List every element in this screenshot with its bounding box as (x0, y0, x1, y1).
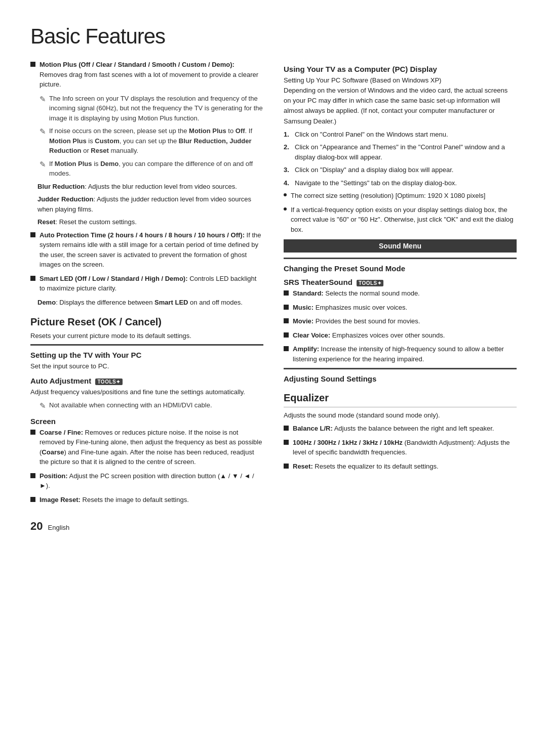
list-item: Standard: Selects the normal sound mode. (284, 288, 517, 299)
clear-voice-text: Clear Voice: Emphasizes voices over othe… (293, 330, 445, 341)
bandwidth-text: 100Hz / 300Hz / 1kHz / 3kHz / 10kHz (Ban… (293, 438, 517, 457)
section-divider (284, 258, 517, 259)
note-item: ✎ If noise occurs on the screen, please … (40, 126, 263, 156)
bullet-icon (284, 440, 289, 445)
using-pc-intro-text: Setting Up Your PC Software (Based on Wi… (284, 75, 517, 127)
section-divider (30, 344, 263, 346)
note-item: ✎ The Info screen on your TV displays th… (40, 94, 263, 123)
numbered-step: 2. Click on "Appearance and Themes" in t… (284, 142, 517, 162)
balance-lr-text: Balance L/R: Adjusts the balance between… (293, 424, 494, 434)
bullet-icon (284, 305, 289, 310)
equalizer-reset-text: Reset: Resets the equalizer to its defau… (293, 461, 439, 472)
bullet-icon (30, 473, 35, 478)
note-icon: ✎ (40, 400, 46, 412)
music-text: Music: Emphasizes music over voices. (293, 303, 407, 313)
changing-preset-heading: Changing the Preset Sound Mode (284, 264, 517, 273)
note-text-3: If Motion Plus is Demo, you can compare … (49, 159, 263, 179)
motion-plus-text: Motion Plus (Off / Clear / Standard / Sm… (40, 60, 263, 90)
list-item: Motion Plus (Off / Clear / Standard / Sm… (30, 60, 263, 90)
setting-up-text: Set the input source to PC. (30, 361, 263, 371)
smart-led-demo-text: Demo: Displays the difference between Sm… (37, 298, 263, 308)
auto-adjustment-text: Adjust frequency values/positions and fi… (30, 387, 263, 397)
list-item: Auto Protection Time (2 hours / 4 hours … (30, 230, 263, 270)
note-item: ✎ If Motion Plus is Demo, you can compar… (40, 159, 263, 179)
bullet-icon (284, 290, 289, 296)
list-item: 100Hz / 300Hz / 1kHz / 3kHz / 10kHz (Ban… (284, 438, 517, 457)
bullet-icon (284, 346, 289, 351)
srs-theater-heading: SRS TheaterSound TOOLS✦ (284, 278, 517, 286)
bullet-icon (284, 464, 289, 469)
screen-heading: Screen (30, 417, 263, 426)
auto-adjustment-note: Not available when connecting with an HD… (49, 400, 212, 412)
picture-reset-text: Resets your current picture mode to its … (30, 331, 263, 341)
bullet-icon (30, 497, 35, 502)
bullet-icon (284, 332, 289, 338)
tools-badge-srs: TOOLS✦ (357, 280, 383, 286)
movie-text: Movie: Provides the best sound for movie… (293, 316, 420, 326)
list-item: If a vertical-frequency option exists on… (284, 205, 517, 235)
left-column: Motion Plus (Off / Clear / Standard / Sm… (30, 60, 263, 533)
page-title: Basic Features (30, 24, 517, 49)
blur-reduction-text: Blur Reduction: Adjusts the blur reducti… (37, 182, 263, 192)
section-divider-thin (284, 407, 517, 407)
picture-reset-heading: Picture Reset (OK / Cancel) (30, 316, 263, 328)
adjusting-sound-heading: Adjusting Sound Settings (284, 374, 517, 383)
smart-led-text: Smart LED (Off / Low / Standard / High /… (40, 274, 263, 293)
bullet-icon (284, 426, 289, 431)
right-column: Using Your TV as a Computer (PC) Display… (284, 60, 517, 533)
equalizer-heading: Equalizer (284, 392, 517, 404)
bullet-icon (30, 62, 35, 67)
position-text: Position: Adjust the PC screen position … (40, 471, 263, 491)
setting-up-heading: Setting up the TV with Your PC (30, 351, 263, 359)
list-item: Reset: Resets the equalizer to its defau… (284, 461, 517, 472)
standard-text: Standard: Selects the normal sound mode. (293, 288, 420, 299)
auto-adjustment-heading: Auto Adjustment TOOLS✦ (30, 376, 263, 385)
reset-text: Reset: Reset the custom settings. (37, 217, 263, 227)
list-item: Clear Voice: Emphasizes voices over othe… (284, 330, 517, 341)
using-pc-heading: Using Your TV as a Computer (PC) Display (284, 65, 517, 73)
tools-badge: TOOLS✦ (95, 379, 122, 385)
list-item: Movie: Provides the best sound for movie… (284, 316, 517, 326)
note-icon: ✎ (40, 159, 46, 179)
bullet-icon (30, 276, 35, 281)
auto-protection-text: Auto Protection Time (2 hours / 4 hours … (40, 230, 263, 270)
amplify-text: Amplify: Increase the intensity of high-… (293, 344, 517, 364)
bullet-icon (30, 430, 35, 435)
sound-menu-bar: Sound Menu (284, 239, 517, 253)
list-item: Position: Adjust the PC screen position … (30, 471, 263, 491)
note-icon: ✎ (40, 126, 46, 156)
list-item: Coarse / Fine: Removes or reduces pictur… (30, 428, 263, 467)
coarse-fine-text: Coarse / Fine: Removes or reduces pictur… (40, 428, 263, 467)
list-item: The correct size setting (resolution) [O… (284, 191, 517, 201)
bullet-circle-icon (284, 193, 287, 196)
note-icon: ✎ (40, 94, 46, 123)
list-item: Amplify: Increase the intensity of high-… (284, 344, 517, 364)
list-item: Balance L/R: Adjusts the balance between… (284, 424, 517, 434)
image-reset-text: Image Reset: Resets the image to default… (40, 495, 189, 505)
list-item: Image Reset: Resets the image to default… (30, 495, 263, 505)
judder-reduction-text: Judder Reduction: Adjusts the judder red… (37, 194, 263, 214)
list-item: Smart LED (Off / Low / Standard / High /… (30, 274, 263, 293)
numbered-step: 3. Click on "Display" and a display dial… (284, 165, 517, 175)
equalizer-text: Adjusts the sound mode (standard sound m… (284, 410, 517, 421)
numbered-step: 4. Navigate to the "Settings" tab on the… (284, 178, 517, 188)
section-divider (284, 368, 517, 369)
note-text-2: If noise occurs on the screen, please se… (49, 126, 263, 156)
page-number-label: English (48, 524, 70, 531)
page-number: 20 English (30, 520, 263, 533)
bullet-icon (284, 318, 289, 323)
bullet-circle-icon (284, 207, 287, 211)
note-item: ✎ Not available when connecting with an … (40, 400, 263, 412)
bullet-icon (30, 232, 35, 237)
note-text-1: The Info screen on your TV displays the … (49, 94, 263, 123)
list-item: Music: Emphasizes music over voices. (284, 303, 517, 313)
numbered-step: 1. Click on "Control Panel" on the Windo… (284, 130, 517, 140)
